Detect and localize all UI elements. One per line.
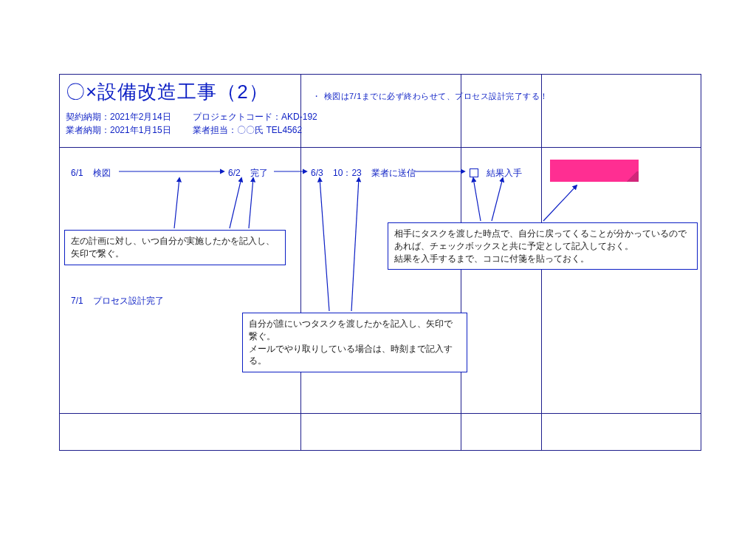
project-title: 〇×設備改造工事（2） (66, 79, 269, 105)
callout1-arrow-b (230, 178, 241, 228)
grid-row-2 (60, 147, 701, 148)
grid-frame: 〇×設備改造工事（2） 契約納期：2021年2月14日 プロジェクトコード：AK… (59, 74, 701, 451)
callout1-arrow-c (249, 178, 253, 228)
callout3-arrow-label (492, 178, 503, 221)
task-label: 検図 (93, 168, 111, 178)
task-label: プロセス設計完了 (93, 296, 164, 306)
callout3-arrow-sticky (543, 185, 577, 221)
vendor-contact: 業者担当：〇〇氏 TEL4562 (193, 125, 302, 135)
grid-row-3 (60, 413, 701, 414)
task-date: 6/3 (311, 168, 323, 178)
callout1-arrow-a (174, 178, 179, 228)
callout-plan-actual: 左の計画に対し、いつ自分が実施したかを記入し、矢印で繋ぐ。 (64, 230, 286, 265)
sticky-note-icon (550, 160, 639, 182)
callout-task-handoff: 自分が誰にいつタスクを渡したかを記入し、矢印で繋ぐ。 メールでやり取りしている場… (242, 313, 467, 372)
task-date: 6/1 (71, 168, 83, 178)
callout-checkbox-plan: 相手にタスクを渡した時点で、自分に戻ってくることが分かっているのであれば、チェッ… (388, 222, 698, 270)
project-meta-line1: 契約納期：2021年2月14日 プロジェクトコード：AKD-192 (66, 110, 317, 124)
task-date: 6/2 (228, 168, 241, 178)
checkbox-icon (470, 168, 478, 177)
project-meta-line2: 業者納期：2021年1月15日 業者担当：〇〇氏 TEL4562 (66, 123, 302, 137)
task-done: 6/2 完了 (228, 167, 268, 180)
task-label: 結果入手 (487, 168, 522, 178)
task-label: 業者に送信 (371, 168, 416, 178)
task-process-design-complete: 7/1 プロセス設計完了 (71, 295, 164, 307)
header-sticky-note: 検図は7/1までに必ず終わらせて、プロセス設計完了する！ (312, 91, 549, 102)
contract-date: 契約納期：2021年2月14日 (66, 112, 171, 122)
task-inspect: 6/1 検図 (71, 167, 111, 180)
task-send: 6/3 10：23 業者に送信 (311, 167, 416, 180)
callout2-arrow-date (320, 178, 329, 311)
task-time: 10：23 (333, 168, 362, 178)
diagram-page: 〇×設備改造工事（2） 契約納期：2021年2月14日 プロジェクトコード：AK… (0, 0, 756, 535)
task-result: 結果入手 (470, 167, 522, 180)
project-code: プロジェクトコード：AKD-192 (193, 112, 317, 122)
vendor-date: 業者納期：2021年1月15日 (66, 125, 171, 135)
task-date: 7/1 (71, 296, 83, 306)
callout3-arrow-checkbox (473, 178, 481, 221)
task-label: 完了 (250, 168, 268, 178)
callout2-arrow-time (351, 178, 359, 311)
